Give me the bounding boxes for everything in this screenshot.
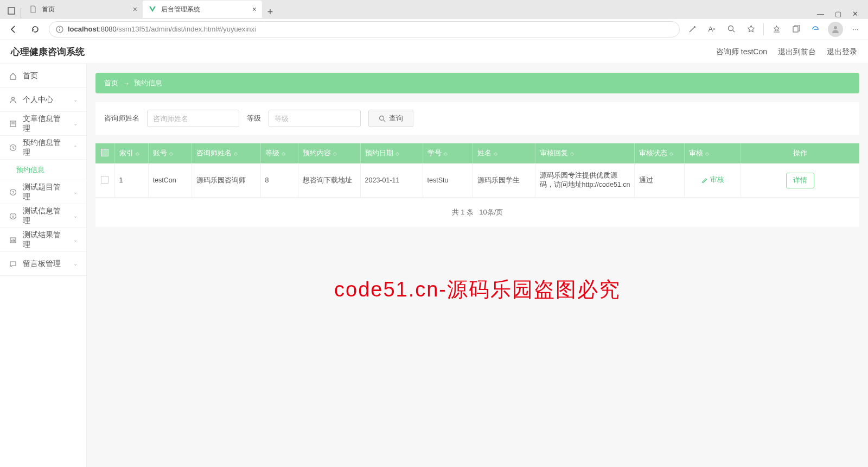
query-button[interactable]: 查询 <box>368 110 413 127</box>
info-icon <box>9 212 17 220</box>
cell-account: testCon <box>148 163 192 198</box>
tab-overview-icon[interactable] <box>4 4 18 18</box>
read-aloud-icon[interactable]: A» <box>705 22 719 36</box>
tab-title: 首页 <box>42 5 55 14</box>
logout-button[interactable]: 退出登录 <box>827 47 857 57</box>
sidebar-item-label: 测试结果管理 <box>23 230 68 250</box>
breadcrumb: 首页 → 预约信息 <box>95 73 859 93</box>
breadcrumb-root[interactable]: 首页 <box>104 78 118 88</box>
table-row: 1 testCon 源码乐园咨询师 8 想咨询下载地址 2023-01-11 t… <box>95 163 859 198</box>
col-header[interactable]: 姓名◇ <box>473 143 535 163</box>
chevron-down-icon: ⌄ <box>73 213 78 219</box>
sidebar-item-测试信息管理[interactable]: 测试信息管理⌄ <box>0 204 86 228</box>
cell-reply: 源码乐园专注提供优质源码，访问地址http://code51.cn <box>535 163 635 198</box>
col-header[interactable]: 预约内容◇ <box>298 143 360 163</box>
data-table: 索引◇账号◇咨询师姓名◇等级◇预约内容◇预约日期◇学号◇姓名◇审核回复◇审核状态… <box>95 143 859 227</box>
collections-icon[interactable] <box>789 22 803 36</box>
tab-title: 后台管理系统 <box>161 5 200 14</box>
url-path: /ssm13f51/admin/dist/index.html#/yuyuexi… <box>117 25 256 33</box>
user-icon <box>9 96 17 104</box>
col-header[interactable]: 等级◇ <box>260 143 298 163</box>
sidebar-item-label: 留言板管理 <box>23 259 61 269</box>
svg-rect-20 <box>11 240 12 242</box>
svg-point-18 <box>12 214 14 215</box>
msg-icon <box>9 260 17 268</box>
svg-rect-22 <box>14 239 15 242</box>
sidebar-item-个人中心[interactable]: 个人中心⌄ <box>0 88 86 112</box>
close-icon[interactable]: × <box>252 5 257 14</box>
pagination-pagesize[interactable]: 10条/页 <box>479 207 503 217</box>
url-field[interactable]: localhost:8080/ssm13f51/admin/dist/index… <box>49 21 680 37</box>
sidebar-item-测试结果管理[interactable]: 测试结果管理⌄ <box>0 228 86 252</box>
home-icon <box>9 72 17 80</box>
sidebar-item-文章信息管理[interactable]: 文章信息管理⌄ <box>0 112 86 136</box>
app-header: 心理健康咨询系统 咨询师 testCon 退出到前台 退出登录 <box>0 40 868 64</box>
sidebar: 首页 个人中心⌄ 文章信息管理⌄ 预约信息管理⌄预约信息? 测试题目管理⌄ 测试… <box>0 64 87 467</box>
res-icon <box>9 236 17 244</box>
col-header[interactable]: 账号◇ <box>148 143 192 163</box>
col-header[interactable]: 索引◇ <box>114 143 148 163</box>
chevron-down-icon: ⌄ <box>73 144 78 150</box>
filter-bar: 咨询师姓名 等级 查询 <box>95 102 859 135</box>
more-icon[interactable]: ··· <box>848 22 863 36</box>
vue-icon <box>148 5 157 14</box>
favorite-icon[interactable] <box>744 22 758 36</box>
col-header[interactable]: 学号◇ <box>423 143 473 163</box>
cell-content: 想咨询下载地址 <box>298 163 360 198</box>
sidebar-item-预约信息管理[interactable]: 预约信息管理⌄ <box>0 136 86 160</box>
zoom-icon[interactable] <box>724 22 738 36</box>
user-label[interactable]: 咨询师 testCon <box>716 47 767 57</box>
col-header[interactable]: 审核回复◇ <box>535 143 635 163</box>
col-header[interactable]: 审核状态◇ <box>635 143 685 163</box>
main-content: 首页 → 预约信息 咨询师姓名 等级 查询 索引◇账号◇咨询师姓名◇等级◇预约内… <box>87 64 868 467</box>
chevron-down-icon: ⌄ <box>73 261 78 267</box>
watermark: code51.cn-源码乐园盗图必究 <box>334 276 621 304</box>
ie-mode-icon[interactable] <box>808 22 822 36</box>
cell-index: 1 <box>114 163 148 198</box>
sidebar-item-首页[interactable]: 首页 <box>0 64 86 88</box>
filter-level-input[interactable] <box>269 110 361 127</box>
svg-rect-21 <box>12 239 14 242</box>
app-title: 心理健康咨询系统 <box>11 46 85 58</box>
maximize-button[interactable]: ▢ <box>835 10 841 18</box>
col-header[interactable]: 预约日期◇ <box>360 143 423 163</box>
browser-tab-1[interactable]: 后台管理系统 × <box>143 1 262 18</box>
filter-name-input[interactable] <box>147 110 239 127</box>
sidebar-subitem-预约信息[interactable]: 预约信息 <box>0 160 86 180</box>
to-front-button[interactable]: 退出到前台 <box>778 47 816 57</box>
col-header[interactable]: 审核◇ <box>685 143 741 163</box>
svg-point-9 <box>12 97 15 100</box>
svg-text:?: ? <box>12 190 15 195</box>
enhance-icon[interactable] <box>685 22 699 36</box>
row-checkbox[interactable] <box>101 176 108 184</box>
sidebar-item-留言板管理[interactable]: 留言板管理⌄ <box>0 252 86 276</box>
browser-tab-0[interactable]: 首页 × <box>23 1 143 18</box>
breadcrumb-current: 预约信息 <box>134 78 162 88</box>
refresh-button[interactable] <box>27 21 43 37</box>
audit-button[interactable]: 审核 <box>701 175 724 185</box>
search-icon <box>379 115 386 122</box>
profile-avatar[interactable] <box>828 22 843 37</box>
select-all-checkbox[interactable] <box>101 149 108 156</box>
cell-student-no: testStu <box>423 163 473 198</box>
minimize-button[interactable]: — <box>817 10 824 18</box>
close-icon[interactable]: × <box>133 5 137 14</box>
detail-button[interactable]: 详情 <box>786 173 814 188</box>
back-button[interactable] <box>5 21 22 37</box>
sidebar-item-label: 文章信息管理 <box>23 114 68 134</box>
chevron-down-icon: ⌄ <box>73 189 78 195</box>
svg-point-4 <box>728 26 733 31</box>
sidebar-item-测试题目管理[interactable]: ? 测试题目管理⌄ <box>0 180 86 204</box>
sidebar-item-label: 测试信息管理 <box>23 206 68 226</box>
browser-tab-strip: 首页 × 后台管理系统 × + — ▢ ✕ <box>0 0 868 18</box>
separator <box>21 8 21 18</box>
col-header[interactable]: 咨询师姓名◇ <box>192 143 260 163</box>
url-host: localhost <box>68 25 99 33</box>
cell-date: 2023-01-11 <box>360 163 423 198</box>
cal-icon <box>9 144 17 152</box>
new-tab-button[interactable]: + <box>262 7 278 18</box>
close-window-button[interactable]: ✕ <box>852 10 858 18</box>
svg-rect-7 <box>793 27 798 32</box>
favorites-bar-icon[interactable] <box>769 22 783 36</box>
col-header[interactable]: 操作 <box>741 143 859 163</box>
